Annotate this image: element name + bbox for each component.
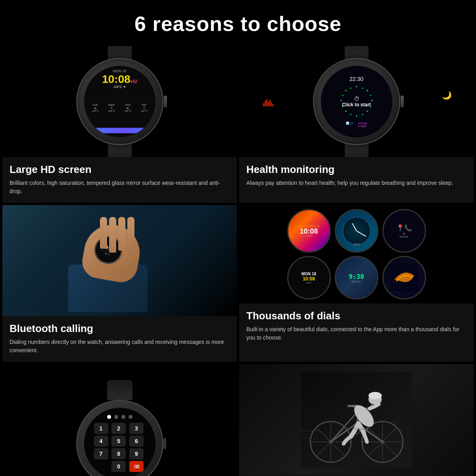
pw-watch-wrap: 1 2 3 4 5 6 7 8 9 0 ⌫ [76, 380, 163, 476]
pw-screen: 1 2 3 4 5 6 7 8 9 0 ⌫ [84, 408, 155, 476]
card-hd-screen: MON 18 10:08♥52 -24°C ☀ TUE☁-20°C WED☀-2… [2, 46, 237, 203]
dial-4-content: MON 18 10:08 -24°C [301, 272, 316, 284]
dial-1-time: 10:08 [298, 228, 320, 235]
weather-fri: FRI☀-20°C [140, 104, 148, 112]
pw-key-0[interactable]: 0 [111, 461, 126, 472]
health-text: Health monitoring Always pay attention t… [239, 157, 474, 194]
dial-5-info: MOS 23° [349, 280, 364, 283]
bar-3 [266, 99, 267, 106]
dial-1: 10 24TH MON 18 10:08 78458 [287, 209, 331, 253]
min-hand-2 [356, 230, 366, 236]
watch-outer-2: 22:30 ♥ ♥ ♥ ♥ ♥ [313, 58, 400, 145]
bluetooth-desc: Dialing numbers directly on the watch, a… [10, 338, 230, 355]
w1-weather: TUE☁-20°C WED☀-24°C THU☁-24°C FRI☀-20°C [87, 104, 152, 112]
svg-text:♥: ♥ [349, 87, 351, 90]
moon-icon: 🌙 [442, 91, 452, 100]
w1-date: MON 18 [87, 69, 152, 73]
dial-4-time: 10:08 [301, 276, 316, 282]
sports-image: SPECIALIZE [239, 364, 474, 475]
bluetooth-title: Bluetooth calling [10, 322, 230, 335]
finger-4 [127, 217, 134, 245]
hd-screen-text: Large HD screen Brilliant colors, high s… [2, 157, 237, 203]
w2-sleep-legend: ● Deep ● Light [358, 122, 367, 127]
svg-text:♥: ♥ [355, 114, 357, 118]
pw-strap-top [107, 380, 132, 400]
dials-image: 10 24TH MON 18 10:08 78458 -24°C [239, 205, 474, 303]
pw-dots [107, 415, 132, 419]
heart-rate-ring: ♥ ♥ ♥ ♥ ♥ ♥ ♥ ♥ ♥ ♥ [339, 84, 374, 119]
w2-stats-row: 📊 52 ● Deep ● Light [346, 122, 367, 127]
pw-numpad: 1 2 3 4 5 6 7 8 9 0 ⌫ [94, 423, 146, 472]
weather-tue: TUE☁-20°C [92, 104, 99, 112]
dial-5-content: 9:30 MOS 23° [349, 273, 364, 283]
pw-key-del[interactable]: ⌫ [129, 461, 144, 472]
svg-text:♥: ♥ [366, 89, 368, 92]
watch2-content: 22:30 ♥ ♥ ♥ ♥ ♥ [321, 66, 392, 137]
pw-key-8[interactable]: 8 [111, 448, 126, 459]
strap-bottom-1 [108, 143, 132, 157]
dial-1-content: 10 24TH MON 18 10:08 78458 [298, 225, 320, 237]
dial-6 [382, 256, 426, 299]
watch-screen-1: MON 18 10:08♥52 -24°C ☀ TUE☁-20°C WED☀-2… [84, 66, 155, 137]
card-sports: SPECIALIZE Multi-sports mode Equipped wi… [239, 364, 474, 476]
svg-text:♥: ♥ [361, 87, 363, 90]
hand-illustration: 10:08 ▤📞 [60, 209, 179, 312]
weather-wed: WED☀-24°C [108, 104, 115, 112]
w2-stat-left: 📊 52 [346, 122, 353, 127]
dial-3: 📍📞 ♥ MON 05 [382, 209, 426, 253]
health-title: Health monitoring [246, 163, 466, 176]
pw-key-4[interactable]: 4 [94, 436, 108, 447]
w1-waveform [96, 128, 152, 133]
w2-time: 22:30 [349, 76, 363, 82]
dial-6-pattern [390, 264, 418, 292]
bar-2 [265, 101, 266, 106]
bar-4 [268, 102, 269, 106]
features-grid: MON 18 10:08♥52 -24°C ☀ TUE☁-20°C WED☀-2… [0, 44, 476, 476]
svg-text:♥: ♥ [349, 113, 351, 116]
dials-text: Thousands of dials Built-in a variety of… [239, 303, 474, 349]
page-title: 6 reasons to choose [0, 0, 476, 44]
password-watch-container: 1 2 3 4 5 6 7 8 9 0 ⌫ [68, 372, 171, 476]
pw-key-2[interactable]: 2 [111, 423, 126, 434]
fingers [100, 217, 134, 253]
sleep-icon: 🌙 [442, 90, 452, 100]
click-to-start-label: Click to start [342, 102, 371, 107]
pw-key-9[interactable]: 9 [129, 448, 144, 459]
pw-key-5[interactable]: 5 [111, 436, 126, 447]
weather-thu: THU☁-24°C [124, 104, 131, 112]
dials-row-2: MON 18 10:08 -24°C 9:30 MOS 23° [287, 256, 426, 299]
svg-text:♥: ♥ [371, 99, 373, 102]
watch-crown-1 [164, 96, 167, 107]
pw-key-6[interactable]: 6 [129, 436, 144, 447]
stopwatch-icon: ⏱ [354, 96, 359, 102]
dials-row-1: 10 24TH MON 18 10:08 78458 -24°C [287, 209, 426, 253]
dial-2: -24°C [335, 209, 378, 253]
dial-3-content: 📍📞 ♥ MON 05 [396, 224, 412, 238]
strap-bottom-2 [345, 143, 369, 157]
pw-dot-1 [107, 415, 111, 419]
svg-point-50 [368, 392, 382, 399]
heart-chart [263, 98, 274, 106]
pw-dot-2 [114, 415, 118, 419]
dial-3-icons: 📍📞 [396, 224, 412, 232]
pw-outer: 1 2 3 4 5 6 7 8 9 0 ⌫ [76, 400, 163, 476]
hand-watch-display: 10:08 ▤📞 [2, 205, 237, 316]
card-bluetooth: 10:08 ▤📞 [2, 205, 237, 362]
bar-6 [271, 102, 272, 106]
watch1-content: MON 18 10:08♥52 -24°C ☀ TUE☁-20°C WED☀-2… [84, 66, 155, 137]
svg-text:♥: ♥ [345, 89, 347, 92]
pw-key-empty [94, 461, 110, 472]
sports-container: SPECIALIZE [239, 364, 474, 475]
watch-crown-2 [401, 96, 404, 107]
card-dials: 10 24TH MON 18 10:08 78458 -24°C [239, 205, 474, 362]
dial-2-temp: -24°C [353, 243, 360, 246]
dial-2-clock [343, 217, 370, 245]
pw-dot-3 [121, 415, 125, 419]
svg-text:♥: ♥ [361, 113, 363, 116]
pw-key-7[interactable]: 7 [94, 448, 108, 459]
w1-time: 10:08♥52 [87, 74, 152, 85]
pw-key-3[interactable]: 3 [129, 423, 144, 434]
hd-screen-title: Large HD screen [10, 163, 230, 176]
pw-key-1[interactable]: 1 [94, 423, 108, 434]
svg-text:♥: ♥ [366, 109, 368, 113]
